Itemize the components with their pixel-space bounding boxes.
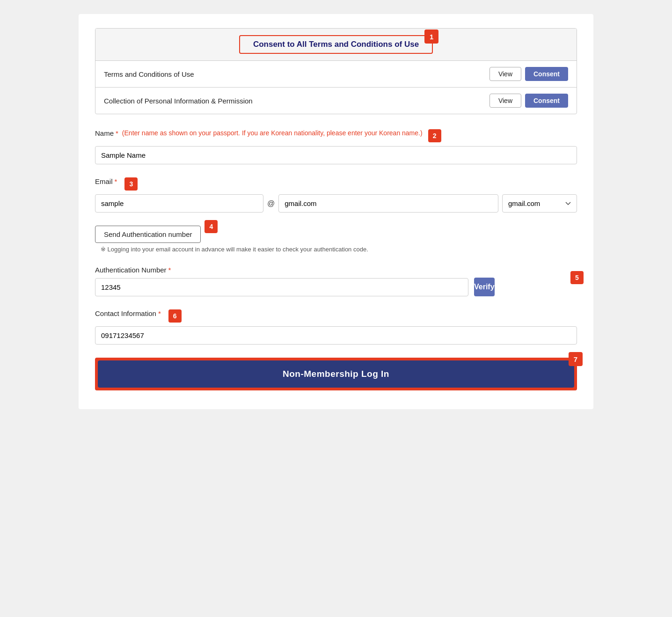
verify-button[interactable]: Verify [474,278,495,296]
email-local-input[interactable] [95,194,263,213]
email-domain-select[interactable]: gmail.com yahoo.com hotmail.com outlook.… [502,194,577,213]
name-section: Name * (Enter name as shown on your pass… [95,129,577,164]
send-auth-hint-text: ※ Logging into your email account in adv… [101,246,368,253]
name-hint: (Enter name as shown on your passport. I… [122,129,423,137]
name-input[interactable] [95,146,577,164]
contact-required: * [158,309,161,317]
terms-row-1-actions: View Consent [489,67,568,81]
email-label: Email * 3 [95,177,577,191]
terms-row-1-consent-button[interactable]: Consent [525,67,568,81]
send-auth-button[interactable]: Send Authentication number [95,226,201,243]
non-member-login-button[interactable]: Non-Membership Log In [98,360,574,388]
main-container: Consent to All Terms and Conditions of U… [79,14,593,409]
auth-number-input[interactable] [95,278,468,296]
auth-button-row: Send Authentication number 4 [95,226,577,243]
email-required: * [115,177,117,185]
auth-number-label-text: Authentication Number [95,266,167,274]
terms-row-2-view-button[interactable]: View [489,94,521,108]
contact-label: Contact Information * 6 [95,309,577,323]
email-label-text: Email [95,177,113,185]
auth-number-required: * [168,266,171,274]
contact-label-text: Contact Information [95,309,156,317]
auth-number-section: Authentication Number * Verify 5 [95,266,577,296]
badge-5: 5 [570,271,584,284]
submit-wrapper: Non-Membership Log In 7 [95,358,577,390]
send-auth-section: Send Authentication number 4 ※ Logging i… [95,226,577,253]
send-auth-hint: ※ Logging into your email account in adv… [101,246,577,253]
terms-row-1-label: Terms and Conditions of Use [104,70,194,78]
send-auth-wrapper: Send Authentication number 4 [95,226,201,243]
email-section: Email * 3 @ gmail.com yahoo.com hotmail.… [95,177,577,213]
badge-7: 7 [569,352,583,366]
terms-box: Consent to All Terms and Conditions of U… [95,28,577,114]
terms-header: Consent to All Terms and Conditions of U… [95,29,577,60]
auth-number-row: Verify 5 [95,278,577,296]
terms-row-1: Terms and Conditions of Use View Consent [95,60,577,87]
at-sign: @ [267,199,275,208]
terms-row-2-consent-button[interactable]: Consent [525,94,568,108]
contact-section: Contact Information * 6 [95,309,577,345]
consent-all-wrapper: Consent to All Terms and Conditions of U… [239,35,433,54]
badge-3: 3 [124,177,138,191]
email-domain-input[interactable] [278,194,498,213]
terms-row-1-view-button[interactable]: View [489,67,521,81]
badge-2: 2 [428,129,441,142]
badge-1: 1 [424,29,438,44]
verify-wrapper: Verify 5 [474,278,577,296]
name-required: * [116,129,118,137]
terms-row-2-actions: View Consent [489,94,568,108]
consent-all-label: Consent to All Terms and Conditions of U… [253,40,419,49]
terms-row-2: Collection of Personal Information & Per… [95,87,577,114]
terms-row-2-label: Collection of Personal Information & Per… [104,97,253,105]
name-label-text: Name [95,129,114,137]
contact-input[interactable] [95,326,577,345]
badge-6: 6 [168,309,182,323]
badge-4: 4 [205,220,218,233]
name-label: Name * (Enter name as shown on your pass… [95,129,577,142]
email-row: @ gmail.com yahoo.com hotmail.com outloo… [95,194,577,213]
auth-number-label: Authentication Number * [95,266,577,274]
